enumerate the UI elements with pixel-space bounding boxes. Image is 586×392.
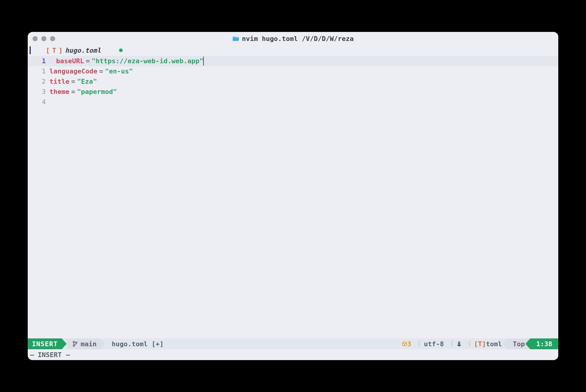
- equals-sign: =: [69, 76, 77, 87]
- equals-sign: =: [84, 56, 92, 66]
- os-icon: [457, 341, 462, 347]
- toml-key: baseURL: [56, 56, 84, 66]
- file-segment: hugo.toml [+]: [106, 338, 168, 349]
- buffer-tabbar: [T] hugo.toml: [28, 45, 558, 55]
- filetype-bracket-open: [: [474, 340, 478, 348]
- encoding-label: utf-8: [424, 340, 444, 348]
- separator-icon: 〈: [462, 339, 474, 348]
- line-number: 1: [28, 66, 49, 76]
- git-branch-segment: main: [67, 338, 101, 349]
- line-number: 2: [28, 76, 49, 87]
- code-line[interactable]: 1 baseURL = "https://eza-web-id.web.app": [28, 56, 558, 66]
- buffer-tab[interactable]: [T] hugo.toml: [46, 47, 101, 54]
- command-line[interactable]: — INSERT —: [28, 349, 558, 360]
- scroll-label: Top: [513, 340, 525, 348]
- toml-string: "Eza": [77, 76, 97, 87]
- toml-string: "https://eza-web-id.web.app": [92, 56, 203, 66]
- status-right: 3 〈 utf-8 〈 〈 [T] toml: [398, 338, 506, 349]
- tab-indicator: [30, 46, 31, 54]
- traffic-lights: [33, 36, 55, 41]
- window-minimize-button[interactable]: [41, 36, 46, 41]
- equals-sign: =: [69, 87, 77, 97]
- line-number: 1: [28, 56, 49, 66]
- separator-icon: 〈: [444, 339, 457, 348]
- statusline: INSERT main hugo.toml [+] 3 〈 utf-8 〈 〈 …: [28, 338, 558, 349]
- mode-segment: INSERT: [28, 338, 62, 349]
- svg-point-2: [76, 342, 77, 344]
- package-count: 3: [407, 340, 411, 348]
- dash-right: —: [66, 351, 69, 359]
- code-line[interactable]: 4: [28, 97, 558, 107]
- file-label: hugo.toml [+]: [112, 340, 163, 348]
- filetype-marker: T: [52, 47, 56, 54]
- filetype-bracket-close: ]: [59, 47, 63, 54]
- svg-point-6: [459, 342, 460, 343]
- window-close-button[interactable]: [33, 36, 38, 41]
- terminal-window: nvim hugo.toml /V/D/D/W/reza [T] hugo.to…: [28, 32, 558, 360]
- toml-string: "papermod": [77, 87, 117, 97]
- equals-sign: =: [97, 66, 105, 76]
- git-branch-name: main: [80, 340, 96, 348]
- toml-key: languageCode: [49, 66, 97, 76]
- package-icon: [402, 341, 407, 347]
- separator-icon: 〈: [411, 339, 424, 348]
- editor-area[interactable]: 1 baseURL = "https://eza-web-id.web.app"…: [28, 55, 558, 338]
- toml-key: theme: [49, 87, 69, 97]
- window-title: nvim hugo.toml /V/D/D/W/reza: [28, 35, 558, 42]
- svg-point-0: [73, 341, 75, 343]
- code-line[interactable]: 2 title = "Eza": [28, 76, 558, 87]
- buffer-filename: hugo.toml: [65, 47, 101, 54]
- folder-icon: [232, 36, 239, 41]
- code-line[interactable]: 1 languageCode = "en-us": [28, 66, 558, 76]
- titlebar: nvim hugo.toml /V/D/D/W/reza: [28, 32, 558, 45]
- line-number: 3: [28, 87, 49, 97]
- position-label: 1:38: [536, 340, 552, 348]
- code-line[interactable]: 3 theme = "papermod": [28, 87, 558, 97]
- filetype-bracket-close: ]: [482, 340, 486, 348]
- svg-point-4: [457, 344, 461, 346]
- git-branch-icon: [73, 341, 77, 347]
- svg-point-1: [73, 345, 75, 347]
- position-segment: 1:38: [530, 338, 558, 349]
- mode-label: INSERT: [32, 340, 58, 348]
- toml-string: "en-us": [105, 66, 133, 76]
- dash-left: —: [30, 351, 33, 359]
- modified-indicator-icon: [119, 48, 123, 52]
- toml-key: title: [49, 76, 69, 87]
- svg-point-3: [458, 341, 460, 344]
- window-zoom-button[interactable]: [50, 36, 55, 41]
- line-number: 4: [28, 97, 49, 107]
- filetype-bracket-open: [: [46, 47, 50, 54]
- window-title-text: nvim hugo.toml /V/D/D/W/reza: [242, 35, 354, 42]
- filetype-marker: T: [478, 340, 482, 348]
- filetype-label: toml: [486, 340, 502, 348]
- svg-point-5: [458, 342, 459, 343]
- cmdline-mode: INSERT: [38, 351, 61, 359]
